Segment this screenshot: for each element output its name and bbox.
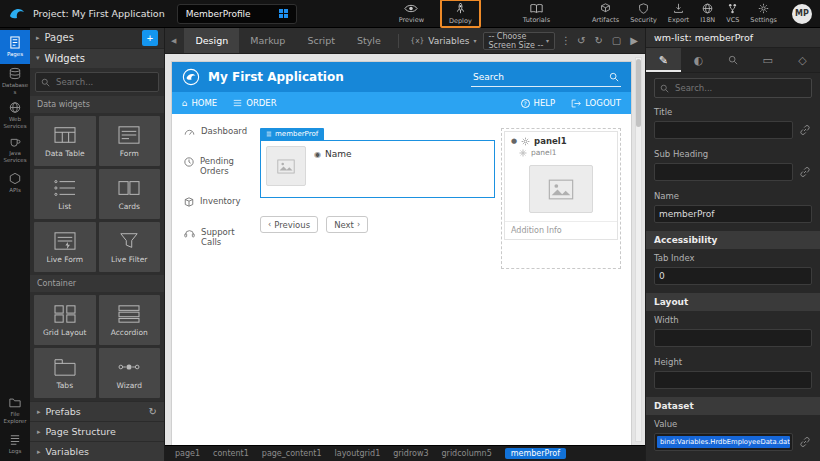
breadcrumb-item[interactable]: gridrow3 — [393, 449, 428, 458]
properties-search[interactable] — [654, 78, 812, 98]
nav-logout[interactable]: LOGOUT — [571, 98, 621, 108]
widget-list[interactable]: List — [34, 169, 96, 219]
sidenav-inventory[interactable]: Inventory — [184, 196, 256, 207]
value-binding-chip[interactable]: bind:Variables.HrdbEmployeeData.data — [657, 436, 790, 448]
screen-size-select[interactable]: -- Choose Screen Size -- ▾ — [483, 32, 556, 50]
page-structure-section-header[interactable]: ▸ Page Structure — [30, 421, 164, 441]
tab-events[interactable]: ▭ — [750, 48, 785, 72]
widget-grid-layout[interactable]: Grid Layout — [34, 295, 96, 345]
widget-accordion[interactable]: Accordion — [99, 295, 161, 345]
page-tab-memberprofile[interactable]: MemberProfile — [177, 4, 297, 24]
tab-style[interactable]: Style — [346, 28, 392, 53]
title-input[interactable] — [654, 121, 793, 139]
design-canvas[interactable]: My First Application Search ⌂ HOME — [165, 54, 645, 445]
add-page-button[interactable]: + — [142, 30, 158, 46]
widget-wizard[interactable]: Wizard — [99, 348, 161, 398]
collapse-left-icon[interactable]: ◀ — [169, 37, 178, 45]
tab-styles[interactable]: ◐ — [681, 48, 716, 72]
tab-design[interactable]: Design — [184, 28, 239, 53]
member-profile-list-widget[interactable]: ◉ Name — [260, 140, 495, 198]
width-input[interactable] — [654, 329, 812, 347]
panel-subheader[interactable]: panel1 — [505, 146, 617, 157]
next-page-button[interactable]: Next › — [326, 216, 368, 233]
rail-item-apis[interactable]: APIs — [0, 166, 30, 200]
widget-tabs[interactable]: Tabs — [34, 348, 96, 398]
artifacts-button[interactable]: Artifacts — [592, 3, 619, 24]
settings-button[interactable]: Settings — [750, 3, 777, 24]
vcs-button[interactable]: VCS — [726, 3, 739, 24]
user-avatar[interactable]: MP — [792, 4, 812, 24]
security-button[interactable]: Security — [630, 3, 657, 24]
widget-live-form[interactable]: Live Form — [34, 222, 96, 272]
bind-icon[interactable] — [798, 435, 812, 449]
tab-properties[interactable]: ✎ — [646, 48, 681, 72]
breadcrumb-item[interactable]: page1 — [175, 449, 200, 458]
widget-live-filter[interactable]: Live Filter — [99, 222, 161, 272]
height-input[interactable] — [654, 371, 812, 389]
rail-item-java-services[interactable]: Java Services — [0, 132, 30, 166]
panel1-widget[interactable]: ● panel1 panel1 — [501, 128, 621, 269]
canvas-scrollbar[interactable] — [635, 57, 642, 442]
name-input[interactable] — [654, 205, 812, 223]
breadcrumb-item[interactable]: layoutgrid1 — [335, 449, 381, 458]
scrollbar-thumb[interactable] — [636, 59, 641, 127]
collapse-right-icon[interactable]: ▶ — [630, 35, 638, 46]
widgets-section-header[interactable]: ▾ Widgets — [30, 49, 164, 68]
breadcrumb-item[interactable]: gridcolumn5 — [442, 449, 492, 458]
nav-home[interactable]: ⌂ HOME — [182, 98, 217, 108]
more-options-icon[interactable]: ⋮ — [561, 35, 571, 46]
variables-section-header[interactable]: ▸ Variables — [30, 441, 164, 461]
prefabs-section-header[interactable]: ▸ Prefabs ↻ — [30, 401, 164, 421]
previous-page-button[interactable]: ‹ Previous — [260, 216, 318, 233]
tutorials-button[interactable]: Tutorials — [523, 3, 550, 24]
rail-item-logs[interactable]: Logs — [0, 427, 30, 461]
rail-item-web-services[interactable]: Web Services — [0, 98, 30, 132]
tab-markup[interactable]: Markup — [239, 28, 296, 53]
i18n-button[interactable]: I18N — [700, 3, 715, 24]
redo-icon[interactable]: ↻ — [594, 35, 602, 46]
widget-form[interactable]: Form — [99, 116, 161, 166]
layout-section-header[interactable]: Layout — [646, 293, 820, 311]
preview-button[interactable]: Preview — [399, 3, 424, 24]
export-button[interactable]: Export — [668, 3, 689, 24]
sidenav-dashboard[interactable]: Dashboard — [184, 126, 256, 136]
rail-item-pages[interactable]: Pages — [0, 30, 30, 64]
refresh-icon[interactable]: ↻ — [149, 406, 157, 417]
breadcrumb-item[interactable]: page_content1 — [262, 449, 322, 458]
properties-search-input[interactable] — [673, 82, 806, 94]
accessibility-section-header[interactable]: Accessibility — [646, 231, 820, 249]
rail-item-databases[interactable]: Databases — [0, 64, 30, 98]
tab-script[interactable]: Script — [296, 28, 346, 53]
pages-section-header[interactable]: ▸ Pages + — [30, 28, 164, 49]
name-label-row[interactable]: ◉ Name — [314, 149, 352, 159]
app-search[interactable]: Search — [471, 67, 621, 87]
panel-header[interactable]: ● panel1 — [505, 132, 617, 146]
bind-icon[interactable] — [798, 123, 812, 137]
picture-placeholder[interactable] — [529, 165, 593, 213]
list-item[interactable]: ◉ Name — [266, 146, 489, 186]
bind-icon[interactable] — [798, 165, 812, 179]
selected-widget-chip[interactable]: memberProf — [260, 128, 324, 140]
search-icon[interactable] — [609, 72, 619, 82]
subheading-input[interactable] — [654, 163, 793, 181]
value-input[interactable]: bind:Variables.HrdbEmployeeData.data — [654, 433, 793, 451]
variables-dropdown[interactable]: {x} Variables ▾ — [410, 36, 476, 46]
tab-search[interactable] — [716, 48, 751, 72]
fullscreen-icon[interactable]: ▢ — [612, 35, 621, 46]
breadcrumb-item-selected[interactable]: memberProf — [505, 448, 566, 459]
image-placeholder[interactable] — [266, 146, 306, 186]
widget-search-input[interactable] — [54, 76, 153, 88]
tab-security[interactable]: ◇ — [785, 48, 820, 72]
tab-index-input[interactable] — [654, 267, 812, 285]
sidenav-support-calls[interactable]: Support Calls — [184, 227, 256, 247]
undo-icon[interactable]: ↺ — [577, 35, 585, 46]
breadcrumb-item[interactable]: content1 — [213, 449, 249, 458]
widget-data-table[interactable]: Data Table — [34, 116, 96, 166]
nav-help[interactable]: ? HELP — [521, 98, 556, 108]
grid-icon[interactable] — [279, 9, 288, 18]
rail-item-file-explorer[interactable]: File Explorer — [0, 393, 30, 427]
widget-search[interactable] — [35, 72, 159, 92]
widget-cards[interactable]: Cards — [99, 169, 161, 219]
nav-order[interactable]: ORDER — [233, 98, 276, 108]
sidenav-pending-orders[interactable]: Pending Orders — [184, 156, 256, 176]
